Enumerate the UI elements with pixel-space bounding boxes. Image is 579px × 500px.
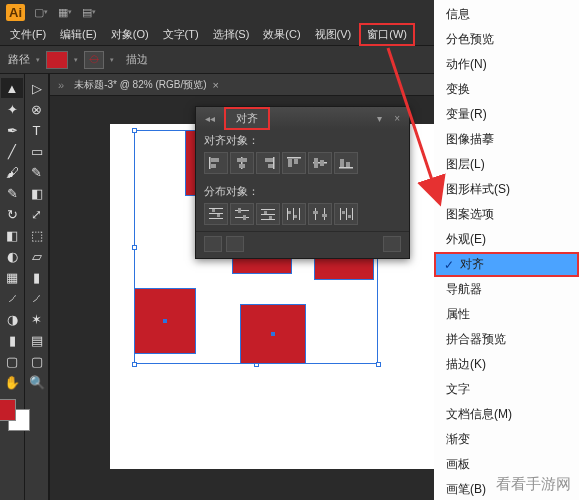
column-graph-tool[interactable]: ▮ [1, 330, 23, 350]
menu-item[interactable]: 变换 [434, 77, 579, 102]
menu-item[interactable]: 导航器 [434, 277, 579, 302]
panel-tab-align[interactable]: 对齐 [224, 107, 270, 130]
selection-handle[interactable] [132, 362, 137, 367]
dist-right-icon[interactable] [334, 203, 358, 225]
menu-item[interactable]: 图像描摹 [434, 127, 579, 152]
line-tool[interactable]: ╱ [1, 141, 23, 161]
document-tab-close[interactable]: × [213, 79, 219, 91]
menu-effect[interactable]: 效果(C) [257, 25, 306, 44]
rectangle-tool[interactable]: ▭ [26, 141, 48, 161]
gradient-tool[interactable]: ▮ [26, 267, 48, 287]
dist-top-icon[interactable] [204, 203, 228, 225]
panel-footer [196, 231, 409, 258]
menu-item[interactable]: 动作(N) [434, 52, 579, 77]
svg-rect-44 [342, 211, 345, 214]
dist-left-icon[interactable] [282, 203, 306, 225]
align-left-icon[interactable] [204, 152, 228, 174]
align-top-icon[interactable] [282, 152, 306, 174]
pen-tool[interactable]: ✒ [1, 120, 23, 140]
menu-item[interactable]: 描边(K) [434, 352, 579, 377]
type-tool[interactable]: T [26, 120, 48, 140]
slice-tool[interactable]: ▤ [26, 330, 48, 350]
menu-item[interactable]: 图案选项 [434, 202, 579, 227]
selection-handle[interactable] [376, 362, 381, 367]
align-bottom-icon[interactable] [334, 152, 358, 174]
menu-item[interactable]: 信息 [434, 2, 579, 27]
align-hcenter-icon[interactable] [230, 152, 254, 174]
selection-handle[interactable] [132, 128, 137, 133]
shape-builder-tool[interactable]: ◐ [1, 246, 23, 266]
zoom-tool[interactable]: 🔍 [26, 372, 48, 392]
arrange-icon[interactable]: ▤▾ [81, 4, 97, 20]
svg-rect-19 [209, 213, 223, 214]
free-transform-tool[interactable]: ⬚ [26, 225, 48, 245]
panel-menu-icon[interactable]: ▾ [374, 113, 385, 124]
perspective-grid-tool[interactable]: ▱ [26, 246, 48, 266]
workspace-icon[interactable]: ▢▾ [33, 4, 49, 20]
rotate-tool[interactable]: ↻ [1, 204, 23, 224]
eyedropper-tool[interactable]: ⟋ [1, 288, 23, 308]
dist-bottom-icon[interactable] [256, 203, 280, 225]
blob-brush-tool[interactable]: ✎ [1, 183, 23, 203]
menu-item[interactable]: 拼合器预览 [434, 327, 579, 352]
fill-stroke-swatch[interactable] [0, 393, 30, 431]
stroke-style-button[interactable]: ⦵ [84, 51, 104, 69]
menu-item[interactable]: 文档信息(M) [434, 402, 579, 427]
magic-wand-tool[interactable]: ✦ [1, 99, 23, 119]
document-tab-title[interactable]: 未标题-3* @ 82% (RGB/预览) [74, 78, 206, 92]
dist-hcenter-icon[interactable] [308, 203, 332, 225]
paintbrush-tool[interactable]: 🖌 [1, 162, 23, 182]
svg-rect-45 [348, 215, 351, 218]
blend-tool[interactable]: ◑ [1, 309, 23, 329]
dist-spacing-v-icon[interactable] [226, 236, 244, 252]
menu-item[interactable]: 图形样式(S) [434, 177, 579, 202]
selection-tool[interactable]: ▲ [1, 78, 23, 98]
menu-item[interactable]: 分色预览 [434, 27, 579, 52]
mesh-tool[interactable]: ▦ [1, 267, 23, 287]
lasso-tool[interactable]: ⊗ [26, 99, 48, 119]
eraser-tool[interactable]: ◧ [26, 183, 48, 203]
menu-item[interactable]: 外观(E) [434, 227, 579, 252]
menu-select[interactable]: 选择(S) [207, 25, 256, 44]
layout-icon[interactable]: ▦▾ [57, 4, 73, 20]
width-tool[interactable]: ◧ [1, 225, 23, 245]
panel-header[interactable]: ◂◂ 对齐 ▾ × [196, 107, 409, 129]
pencil-tool[interactable]: ✎ [26, 162, 48, 182]
path-dropdown-icon[interactable]: ▾ [36, 56, 40, 64]
align-right-icon[interactable] [256, 152, 280, 174]
align-vcenter-icon[interactable] [308, 152, 332, 174]
symbol-sprayer-tool[interactable]: ✶ [26, 309, 48, 329]
menu-type[interactable]: 文字(T) [157, 25, 205, 44]
menu-view[interactable]: 视图(V) [309, 25, 358, 44]
measure-tool[interactable]: ⟋ [26, 288, 48, 308]
fill-swatch[interactable] [46, 51, 68, 69]
rectangle-object[interactable] [134, 288, 196, 354]
hand-tool[interactable]: ✋ [1, 372, 23, 392]
tabs-chevron-icon[interactable]: » [58, 79, 64, 91]
print-tiling-tool[interactable]: ▢ [26, 351, 48, 371]
menu-file[interactable]: 文件(F) [4, 25, 52, 44]
artboard-tool[interactable]: ▢ [1, 351, 23, 371]
dist-vcenter-icon[interactable] [230, 203, 254, 225]
menu-edit[interactable]: 编辑(E) [54, 25, 103, 44]
svg-rect-22 [217, 214, 220, 217]
rectangle-object[interactable] [240, 304, 306, 364]
stroke-dropdown-icon[interactable]: ▾ [110, 56, 114, 64]
direct-selection-tool[interactable]: ▷ [26, 78, 48, 98]
dist-spacing-h-icon[interactable] [204, 236, 222, 252]
menu-item[interactable]: 渐变 [434, 427, 579, 452]
menu-item[interactable]: 文字 [434, 377, 579, 402]
menu-item[interactable]: 画板 [434, 452, 579, 477]
menu-item[interactable]: 属性 [434, 302, 579, 327]
menu-item[interactable]: 变量(R) [434, 102, 579, 127]
scale-tool[interactable]: ⤢ [26, 204, 48, 224]
align-to-icon[interactable] [383, 236, 401, 252]
menu-window[interactable]: 窗口(W) [359, 23, 415, 46]
panel-close-icon[interactable]: × [391, 113, 403, 124]
fill-dropdown-icon[interactable]: ▾ [74, 56, 78, 64]
menu-item-align-highlighted[interactable]: ✓ 对齐 [434, 252, 579, 277]
menu-object[interactable]: 对象(O) [105, 25, 155, 44]
selection-handle[interactable] [132, 245, 137, 250]
panel-collapse-icon[interactable]: ◂◂ [202, 113, 218, 124]
menu-item[interactable]: 图层(L) [434, 152, 579, 177]
